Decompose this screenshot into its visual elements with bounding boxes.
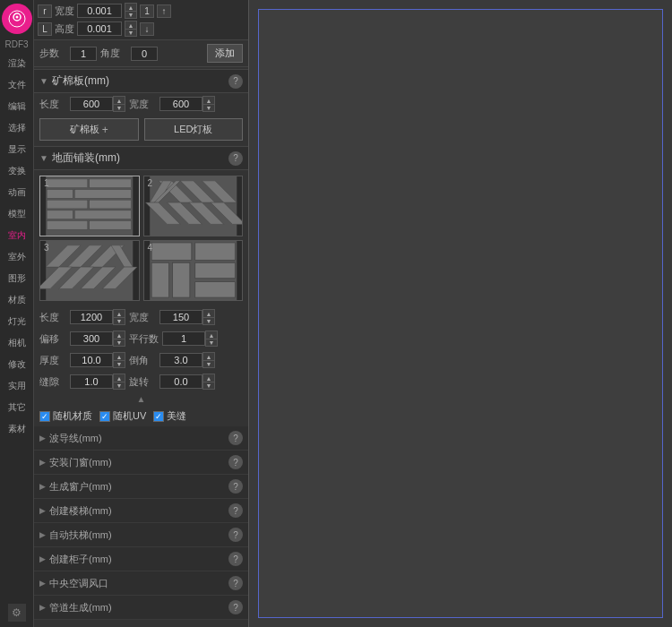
escalator-section[interactable]: ▶ 自动扶梯(mm) ?: [34, 523, 248, 547]
height-down-btn[interactable]: ▼: [125, 29, 137, 37]
escalator-help-btn[interactable]: ?: [228, 528, 243, 542]
mineral-wool-header[interactable]: ▼ 矿棉板(mm) ?: [34, 69, 248, 93]
floor-offset-down[interactable]: ▼: [113, 339, 125, 347]
door-window-section[interactable]: ▶ 安装门窗(mm) ?: [34, 451, 248, 475]
sidebar-item-animate[interactable]: 动画: [0, 182, 33, 203]
sidebar-item-exterior[interactable]: 室外: [0, 246, 33, 268]
floor-rotation-input[interactable]: [159, 374, 202, 389]
floor-width-up[interactable]: ▲: [202, 309, 215, 317]
sidebar-item-material[interactable]: 材质: [0, 289, 33, 311]
stairs-help-btn[interactable]: ?: [228, 503, 243, 518]
tile-pattern-4[interactable]: 4: [143, 240, 244, 301]
floor-seam-up[interactable]: ▲: [113, 374, 125, 382]
sidebar-item-model[interactable]: 模型: [0, 203, 33, 225]
random-uv-cb[interactable]: ✓ 随机UV: [99, 409, 146, 423]
mineral-width-input[interactable]: [159, 97, 202, 111]
sidebar-item-render[interactable]: 渲染: [0, 53, 33, 74]
floor-chamfer-up[interactable]: ▲: [202, 352, 215, 360]
beauty-seam-checkbox[interactable]: ✓: [153, 411, 164, 422]
floor-thickness-down[interactable]: ▼: [113, 360, 125, 368]
floor-width-input[interactable]: [159, 310, 202, 324]
door-window-help-btn[interactable]: ?: [228, 455, 243, 469]
floor-rotation-up[interactable]: ▲: [202, 374, 215, 382]
toolbar-l-btn[interactable]: L: [38, 22, 52, 36]
ac-section[interactable]: ▶ 中央空调风口 ?: [34, 571, 248, 596]
sidebar-item-display[interactable]: 显示: [0, 139, 33, 160]
sidebar-item-shape[interactable]: 图形: [0, 268, 33, 289]
ac-help-btn[interactable]: ?: [228, 576, 243, 590]
sidebar-item-select[interactable]: 选择: [0, 117, 33, 139]
sidebar-item-modify[interactable]: 修改: [0, 354, 33, 375]
sidebar-item-material2[interactable]: 素材: [0, 418, 33, 440]
random-uv-checkbox[interactable]: ✓: [99, 411, 110, 422]
height-input[interactable]: [77, 21, 122, 36]
mineral-width-down[interactable]: ▼: [202, 104, 215, 112]
floor-chamfer-input[interactable]: [159, 353, 202, 367]
led-panel-btn[interactable]: LED灯板: [144, 118, 244, 141]
wave-section[interactable]: ▶ 波导线(mm) ?: [34, 426, 248, 451]
stairs-section[interactable]: ▶ 创建楼梯(mm) ?: [34, 499, 248, 523]
add-button[interactable]: 添加: [207, 44, 243, 63]
viewport-canvas[interactable]: [258, 9, 663, 618]
sidebar-item-practical[interactable]: 实用: [0, 375, 33, 397]
height-up-btn[interactable]: ▲: [125, 21, 137, 29]
wave-help-btn[interactable]: ?: [228, 431, 243, 445]
mineral-wool-btn[interactable]: 矿棉板 +: [39, 118, 139, 141]
tile-pattern-2[interactable]: 2: [143, 176, 244, 236]
height-spinner: ▲ ▼: [125, 21, 137, 37]
floor-parallel-up[interactable]: ▲: [205, 331, 218, 339]
window-gen-section[interactable]: ▶ 生成窗户(mm) ?: [34, 475, 248, 499]
mineral-width-up[interactable]: ▲: [202, 96, 215, 104]
pipe-section[interactable]: ▶ 管道生成(mm) ?: [34, 596, 248, 620]
toolbar-1-btn[interactable]: 1: [140, 4, 154, 18]
floor-thickness-input[interactable]: [70, 353, 113, 367]
cabinet-help-btn[interactable]: ?: [228, 552, 243, 566]
sidebar-item-interior[interactable]: 室内: [0, 225, 33, 246]
floor-length-up[interactable]: ▲: [113, 309, 125, 317]
sidebar-item-transform[interactable]: 变换: [0, 160, 33, 182]
random-material-checkbox[interactable]: ✓: [39, 411, 50, 422]
floor-rotation-down[interactable]: ▼: [202, 382, 215, 390]
sidebar-item-edit[interactable]: 编辑: [0, 96, 33, 117]
floor-length-down[interactable]: ▼: [113, 317, 125, 325]
tile-pattern-3[interactable]: 3: [39, 240, 140, 301]
floor-help-btn[interactable]: ?: [228, 151, 243, 166]
settings-button[interactable]: ⚙: [8, 604, 26, 622]
sidebar-item-light[interactable]: 灯光: [0, 311, 33, 332]
tile-pattern-1[interactable]: 1: [39, 176, 140, 236]
sidebar-item-other[interactable]: 其它: [0, 397, 33, 418]
mineral-length-input[interactable]: [70, 97, 113, 111]
floor-offset-input[interactable]: [70, 331, 113, 346]
mineral-length-down[interactable]: ▼: [113, 104, 125, 112]
toolbar-up-btn[interactable]: ↑: [157, 4, 171, 18]
window-gen-help-btn[interactable]: ?: [228, 479, 243, 494]
mineral-length-up[interactable]: ▲: [113, 96, 125, 104]
floor-seam-input[interactable]: [70, 374, 113, 389]
floor-offset-up[interactable]: ▲: [113, 331, 125, 339]
mineral-help-btn[interactable]: ?: [228, 74, 243, 89]
toolbar-arrow-btn[interactable]: ↓: [140, 22, 154, 36]
main-panel: r 宽度 ▲ ▼ 1 ↑ L 高度 ▲ ▼ ↓ 步数 角度 添加: [34, 0, 249, 627]
sidebar-item-camera[interactable]: 相机: [0, 332, 33, 354]
random-material-cb[interactable]: ✓ 随机材质: [39, 409, 92, 423]
width-down-btn[interactable]: ▼: [125, 11, 137, 19]
floor-width-down[interactable]: ▼: [202, 317, 215, 325]
floor-chamfer-down[interactable]: ▼: [202, 360, 215, 368]
beauty-seam-cb[interactable]: ✓ 美缝: [153, 409, 186, 423]
floor-header[interactable]: ▼ 地面铺装(mm) ?: [34, 146, 248, 170]
steps-input[interactable]: [70, 47, 97, 61]
floor-length-input[interactable]: [70, 310, 113, 324]
angle-input[interactable]: [131, 47, 158, 61]
cabinet-section[interactable]: ▶ 创建柜子(mm) ?: [34, 547, 248, 571]
pipe-help-btn[interactable]: ?: [228, 600, 243, 614]
floor-thickness-up[interactable]: ▲: [113, 352, 125, 360]
width-up-btn[interactable]: ▲: [125, 3, 137, 11]
floor-parallel-down[interactable]: ▼: [205, 339, 218, 347]
toolbar-r-btn[interactable]: r: [38, 4, 52, 18]
width-input[interactable]: [77, 4, 122, 18]
sidebar-item-file[interactable]: 文件: [0, 74, 33, 96]
logo-button[interactable]: [2, 4, 32, 34]
floor-parallel-input[interactable]: [162, 331, 205, 346]
collapse-indicator[interactable]: ▲: [34, 392, 248, 406]
floor-seam-down[interactable]: ▼: [113, 382, 125, 390]
